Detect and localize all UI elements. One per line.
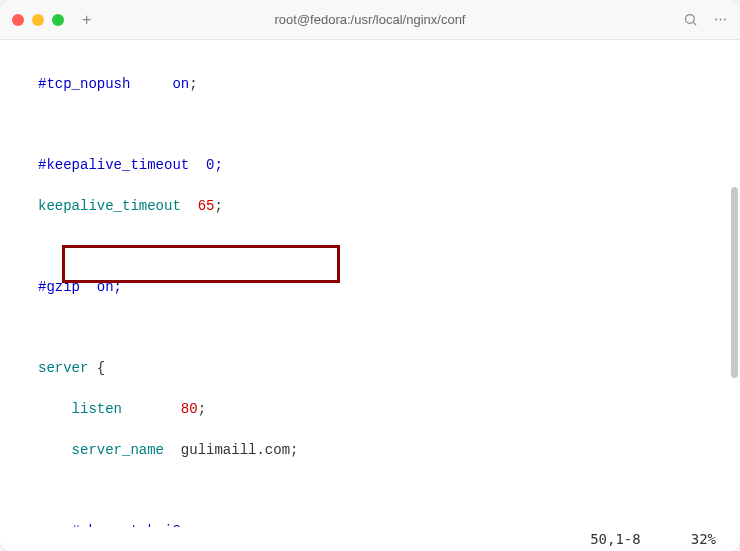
code-comment: #gzip on; [38, 279, 122, 295]
code-text: #keepalive_timeout 0; [38, 157, 223, 173]
search-icon[interactable] [683, 12, 698, 27]
svg-line-1 [693, 22, 696, 25]
maximize-icon[interactable] [52, 14, 64, 26]
code-directive: server_name [72, 442, 164, 458]
svg-point-3 [720, 19, 722, 21]
close-icon[interactable] [12, 14, 24, 26]
svg-point-4 [724, 19, 726, 21]
titlebar: + root@fedora:/usr/local/nginx/conf [0, 0, 740, 40]
code-comment: #charset koi8-r; [72, 523, 206, 527]
code-value: 65 [198, 198, 215, 214]
code-value: gulimaill.com; [164, 442, 298, 458]
code-directive: server [38, 360, 88, 376]
window-title: root@fedora:/usr/local/nginx/conf [275, 12, 466, 27]
svg-point-2 [715, 19, 717, 21]
cursor-position: 50,1-8 [590, 531, 641, 547]
svg-point-0 [686, 15, 695, 24]
scrollthumb[interactable] [731, 187, 738, 378]
minimize-icon[interactable] [32, 14, 44, 26]
scrollbar[interactable] [731, 44, 738, 521]
code-directive: listen [72, 401, 122, 417]
status-bar: 50,1-8 32% [0, 527, 740, 551]
code-directive: keepalive_timeout [38, 198, 181, 214]
more-icon[interactable] [713, 12, 728, 27]
scroll-percent: 32% [691, 531, 716, 547]
traffic-lights [12, 14, 64, 26]
new-tab-icon[interactable]: + [82, 11, 91, 29]
terminal-window: + root@fedora:/usr/local/nginx/conf #tcp… [0, 0, 740, 551]
editor-content[interactable]: #tcp_nopush on; #keepalive_timeout 0; ke… [0, 40, 740, 527]
code-text: #tcp_nopush on [38, 76, 189, 92]
code-value: 80 [181, 401, 198, 417]
